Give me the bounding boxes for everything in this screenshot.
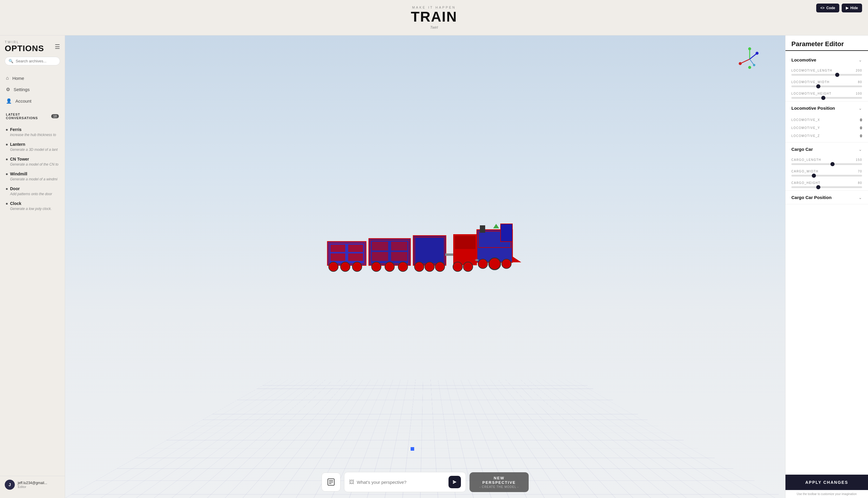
avatar: J (5, 480, 15, 490)
locomotive-chevron: ⌄ (858, 58, 862, 62)
code-button[interactable]: <> Code (816, 3, 839, 12)
svg-point-22 (435, 262, 445, 272)
locomotive-width-thumb[interactable] (816, 84, 820, 89)
apply-hint: Use the toolbar to customize your imagin… (786, 490, 868, 498)
svg-point-21 (425, 262, 434, 272)
svg-point-20 (414, 262, 424, 272)
image-upload-icon[interactable]: 🖼 (349, 479, 354, 485)
param-label-width: LOCOMOTIVE_WIDTH 80 (791, 80, 862, 84)
svg-marker-35 (513, 257, 521, 262)
cargo-width-thumb[interactable] (812, 174, 816, 178)
svg-point-8 (352, 262, 362, 272)
svg-rect-11 (372, 241, 388, 250)
nav-settings-label: Settings (14, 87, 29, 92)
cargo-height-slider[interactable] (791, 186, 862, 188)
conv-dot (6, 129, 8, 131)
cargo-position-chevron: ⌄ (858, 195, 862, 200)
hide-button[interactable]: ▶ Hide (842, 3, 862, 12)
locomotive-width-slider[interactable] (791, 86, 862, 87)
cargo-position-section-header[interactable]: Cargo Car Position ⌄ (786, 191, 868, 204)
search-box: 🔍 (5, 57, 60, 65)
nav-item-home[interactable]: ⌂ Home (0, 73, 65, 84)
conv-name: Lantern (10, 142, 25, 147)
conv-name: Windmill (10, 171, 27, 176)
cargo-position-section-name: Cargo Car Position (791, 195, 832, 200)
svg-point-43 (755, 52, 759, 55)
list-item[interactable]: Lantern Generate a 3D model of a lant (0, 139, 65, 154)
param-label-cargo-width: CARGO_WIDTH 70 (791, 170, 862, 173)
conv-name: CN Tower (10, 157, 29, 161)
control-dot[interactable] (411, 447, 414, 451)
menu-icon[interactable]: ☰ (55, 43, 60, 50)
viewport: 🖼 NEW PERSPECTIVE - CREATE THE MODEL - (65, 36, 785, 498)
list-item[interactable]: Windmill Generate a model of a windmi (0, 169, 65, 184)
cargo-section-name: Cargo Car (791, 147, 813, 152)
conv-preview: Generate a model of a windmi (6, 177, 59, 181)
svg-rect-36 (476, 259, 478, 261)
param-section-cargo: Cargo Car ⌄ CARGO_LENGTH 150 CARGO_WIDTH… (786, 143, 868, 191)
user-email: jeff.lu234@gmail... (18, 481, 47, 485)
svg-point-33 (489, 258, 501, 270)
svg-rect-12 (391, 241, 407, 250)
list-item[interactable]: Ferris increase the hub thickness to (0, 124, 65, 139)
search-input[interactable] (16, 59, 56, 63)
cargo-section-header[interactable]: Cargo Car ⌄ (786, 143, 868, 156)
sidebar-brand: TWIRL OPTIONS ☰ (5, 40, 60, 53)
list-item[interactable]: Door Add patterns onto the door (0, 184, 65, 198)
header-center: MAKE IT HAPPEN TRAIN Twirl (411, 5, 457, 29)
code-label: Code (826, 6, 835, 10)
nav-item-account[interactable]: 👤 Account (0, 95, 65, 107)
train-scene (322, 218, 529, 307)
locomotive-section-name: Locomotive (791, 57, 816, 62)
cargo-length-slider[interactable] (791, 163, 862, 165)
list-item[interactable]: Clock Generate a low poly clock. (0, 198, 65, 213)
nav-item-settings[interactable]: ⚙ Settings (0, 84, 65, 95)
loco-position-section-name: Locomotive Position (791, 106, 835, 110)
conv-dot (6, 173, 8, 175)
nav-items: ⌂ Home ⚙ Settings 👤 Account (0, 70, 65, 109)
param-row-loco-z: LOCOMOTIVE_Z 0 (786, 131, 868, 139)
code-icon: <> (820, 6, 825, 10)
locomotive-height-thumb[interactable] (821, 96, 825, 100)
svg-rect-3 (348, 245, 363, 252)
svg-point-7 (340, 262, 350, 272)
sidebar-title: OPTIONS (5, 44, 52, 53)
conv-dot (6, 188, 8, 190)
param-row-height: LOCOMOTIVE_HEIGHT 100 (786, 90, 868, 101)
conversations-badge: 18 (51, 114, 59, 118)
svg-point-46 (748, 66, 751, 69)
main-layout: TWIRL OPTIONS ☰ 🔍 ⌂ Home ⚙ Settings 👤 A (0, 36, 868, 498)
svg-point-41 (739, 62, 742, 65)
conv-dot (6, 158, 8, 160)
svg-point-6 (329, 262, 338, 272)
svg-point-15 (372, 262, 381, 272)
param-editor-title: Parameter Editor (786, 36, 868, 50)
param-label-height: LOCOMOTIVE_HEIGHT 100 (791, 92, 862, 95)
cargo-length-thumb[interactable] (830, 162, 834, 166)
new-perspective-button[interactable]: NEW PERSPECTIVE - CREATE THE MODEL - (469, 472, 529, 492)
chat-send-button[interactable] (449, 476, 461, 488)
cargo-width-slider[interactable] (791, 175, 862, 176)
apply-changes-button[interactable]: APPLY CHANGES (786, 475, 868, 490)
param-label-length: LOCOMOTIVE_LENGTH 200 (791, 69, 862, 72)
conversations-title: LATEST CONVERSATIONS (6, 113, 49, 120)
conversation-list: Ferris increase the hub thickness to Lan… (0, 124, 65, 476)
loco-position-section-header[interactable]: Locomotive Position ⌄ (786, 102, 868, 115)
loco-position-chevron: ⌄ (858, 106, 862, 110)
list-item[interactable]: CN Tower Generate a model of the CN to (0, 154, 65, 169)
locomotive-height-slider[interactable] (791, 97, 862, 99)
svg-rect-23 (445, 253, 454, 256)
chat-input[interactable] (357, 480, 446, 485)
hide-label: Hide (850, 6, 858, 10)
sidebar: TWIRL OPTIONS ☰ 🔍 ⌂ Home ⚙ Settings 👤 A (0, 36, 65, 498)
svg-point-34 (502, 259, 511, 268)
cargo-height-thumb[interactable] (816, 185, 820, 189)
param-editor: Parameter Editor Locomotive ⌄ LOCOMOTIVE… (785, 36, 868, 498)
conv-name: Clock (10, 201, 21, 206)
conv-preview: Add patterns onto the door (6, 192, 59, 196)
locomotive-length-slider[interactable] (791, 74, 862, 76)
locomotive-length-thumb[interactable] (835, 73, 839, 77)
locomotive-section-header[interactable]: Locomotive ⌄ (786, 53, 868, 67)
cargo-chevron: ⌄ (858, 147, 862, 152)
chat-list-button[interactable] (322, 473, 340, 492)
